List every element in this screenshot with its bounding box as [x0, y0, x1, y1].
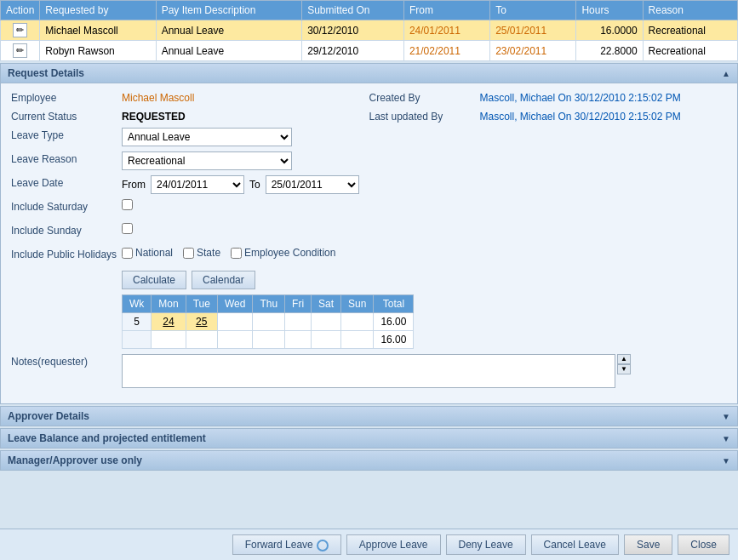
from-date-select[interactable]: 24/01/2011	[151, 175, 244, 194]
cal-row-1: 5 24 25 16.00	[123, 313, 414, 331]
cal-wed-2	[217, 331, 252, 349]
to-label: To	[249, 179, 260, 191]
scrollable-content: Request Details ▲ Employee Michael Masco…	[0, 61, 738, 529]
edit-button[interactable]: ✏	[13, 43, 27, 58]
current-status-value: REQUESTED	[122, 109, 186, 123]
request-details-title: Request Details	[8, 67, 84, 79]
status-col: Current Status REQUESTED	[11, 109, 369, 123]
include-saturday-label: Include Saturday	[11, 199, 122, 213]
employee-condition-label: Employee Condition	[244, 247, 335, 259]
employee-condition-checkbox[interactable]	[231, 248, 242, 259]
cal-mon-2	[152, 331, 186, 349]
cal-total-1: 16.00	[374, 313, 414, 331]
reason-cell: Recreational	[643, 20, 737, 41]
cal-row-2: 16.00	[123, 331, 414, 349]
cal-sun-2	[341, 331, 374, 349]
cal-thu-2	[253, 331, 285, 349]
current-status-label: Current Status	[11, 109, 122, 123]
cancel-leave-button[interactable]: Cancel Leave	[531, 534, 619, 555]
col-hours: Hours	[576, 1, 643, 20]
employee-label: Employee	[11, 90, 122, 104]
col-to: To	[490, 1, 576, 20]
manager-approver-title: Manager/Approver use only	[8, 454, 142, 466]
submitted-on-cell: 29/12/2010	[302, 41, 404, 61]
status-row: Current Status REQUESTED Last updated By…	[11, 109, 727, 123]
cal-fri-2	[285, 331, 312, 349]
expand-icon: ▼	[722, 412, 730, 421]
request-details-header[interactable]: Request Details ▲	[1, 64, 737, 83]
employee-value: Michael Mascoll	[122, 90, 194, 104]
include-sunday-row: Include Sunday	[11, 223, 727, 242]
save-button[interactable]: Save	[624, 534, 672, 555]
manager-approver-header[interactable]: Manager/Approver use only ▼	[1, 451, 737, 470]
employee-condition-checkbox-label[interactable]: Employee Condition	[231, 247, 335, 259]
leave-type-select[interactable]: Annual Leave Sick Leave Personal Leave	[122, 128, 292, 146]
cal-total-2: 16.00	[374, 331, 414, 349]
scroll-down-button[interactable]: ▼	[617, 364, 631, 374]
table-row[interactable]: ✏ Michael Mascoll Annual Leave 30/12/201…	[1, 20, 738, 41]
notes-area: ▲ ▼	[122, 354, 631, 388]
col-from: From	[403, 1, 489, 20]
national-label: National	[135, 247, 173, 259]
calculate-button[interactable]: Calculate	[122, 271, 186, 289]
state-label: State	[197, 247, 220, 259]
cal-total-header: Total	[374, 295, 414, 313]
collapse-icon: ▲	[722, 69, 730, 78]
holidays-options: National State Employee Condition	[122, 247, 335, 259]
national-checkbox-label[interactable]: National	[122, 247, 173, 259]
approve-leave-button[interactable]: Approve Leave	[346, 534, 441, 555]
approver-details-panel: Approver Details ▼	[0, 406, 738, 426]
calendar-table: Wk Mon Tue Wed Thu Fri Sat Sun Total	[122, 294, 414, 349]
close-button[interactable]: Close	[678, 534, 729, 555]
col-requested-by: Requested by	[40, 1, 156, 20]
deny-leave-button[interactable]: Deny Leave	[446, 534, 526, 555]
forward-leave-label: Forward Leave	[245, 539, 313, 551]
edit-cell[interactable]: ✏	[1, 20, 40, 41]
cal-thu-header: Thu	[253, 295, 285, 313]
calendar-button[interactable]: Calendar	[192, 271, 255, 289]
state-checkbox[interactable]	[183, 248, 194, 259]
leave-reason-select[interactable]: Recreational Medical Personal	[122, 151, 292, 170]
approver-details-header[interactable]: Approver Details ▼	[1, 407, 737, 426]
search-icon	[317, 540, 329, 551]
approver-details-title: Approver Details	[8, 410, 89, 422]
last-updated-value: Mascoll, Michael On 30/12/2010 2:15:02 P…	[480, 109, 681, 123]
requested-by-cell: Michael Mascoll	[40, 20, 156, 41]
pay-item-cell: Annual Leave	[156, 20, 301, 41]
edit-button[interactable]: ✏	[13, 23, 27, 37]
leave-reason-label: Leave Reason	[11, 151, 122, 165]
edit-cell[interactable]: ✏	[1, 41, 40, 61]
expand-icon: ▼	[722, 434, 730, 443]
include-saturday-checkbox[interactable]	[122, 199, 133, 210]
include-sunday-checkbox[interactable]	[122, 223, 133, 234]
col-submitted-on: Submitted On	[302, 1, 404, 20]
cal-sun-header: Sun	[341, 295, 374, 313]
hours-cell: 22.8000	[576, 41, 643, 61]
col-pay-item: Pay Item Description	[156, 1, 301, 20]
to-cell: 25/01/2011	[490, 20, 576, 41]
leave-balance-header[interactable]: Leave Balance and projected entitlement …	[1, 429, 737, 448]
close-label: Close	[690, 539, 717, 551]
national-checkbox[interactable]	[122, 248, 133, 259]
created-by-col: Created By Mascoll, Michael On 30/12/201…	[369, 90, 728, 104]
include-holidays-row: Include Public Holidays National State	[11, 247, 727, 266]
date-range: From 24/01/2011 To 25/01/2011	[122, 175, 359, 194]
state-checkbox-label[interactable]: State	[183, 247, 220, 259]
footer: Forward Leave Approve Leave Deny Leave C…	[0, 529, 738, 560]
cal-mon-header: Mon	[152, 295, 186, 313]
employee-col: Employee Michael Mascoll	[11, 90, 369, 104]
cal-mon-1: 24	[152, 313, 186, 331]
from-label: From	[122, 179, 146, 191]
to-date-select[interactable]: 25/01/2011	[266, 175, 359, 194]
col-action: Action	[1, 1, 40, 20]
cal-sat-1	[312, 313, 341, 331]
scroll-up-button[interactable]: ▲	[617, 354, 631, 364]
cal-thu-1	[253, 313, 285, 331]
manager-approver-panel: Manager/Approver use only ▼	[0, 450, 738, 471]
cal-tue-header: Tue	[186, 295, 217, 313]
notes-textarea[interactable]	[122, 354, 615, 388]
last-updated-label: Last updated By	[369, 109, 480, 123]
table-row[interactable]: ✏ Robyn Rawson Annual Leave 29/12/2010 2…	[1, 41, 738, 61]
forward-leave-button[interactable]: Forward Leave	[232, 534, 341, 555]
leave-type-label: Leave Type	[11, 128, 122, 141]
